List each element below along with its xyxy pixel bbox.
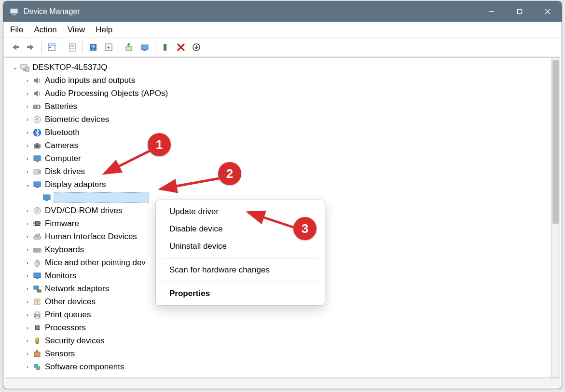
category-label: Cameras (45, 139, 78, 152)
security-icon (32, 336, 42, 346)
tree-category[interactable]: › Disk drives (7, 165, 558, 178)
bluetooth-icon (32, 128, 42, 137)
speaker-icon (32, 89, 42, 98)
chevron-right-icon[interactable]: › (24, 155, 31, 162)
menu-view[interactable]: View (68, 25, 85, 35)
tree-category[interactable]: › Security devices (7, 334, 558, 347)
toolbar-separator (41, 41, 41, 54)
device-manager-window: Device Manager File Action View Help (3, 1, 562, 389)
chevron-right-icon[interactable]: › (24, 233, 31, 241)
svg-rect-37 (36, 161, 39, 162)
toolbar-separator (62, 41, 62, 54)
chevron-right-icon[interactable]: › (24, 246, 31, 254)
selected-device[interactable] (54, 192, 149, 203)
svg-rect-10 (49, 47, 51, 48)
enable-button[interactable] (158, 41, 173, 54)
chevron-right-icon[interactable]: › (24, 324, 31, 332)
category-label: Bluetooth (45, 126, 80, 139)
tree-root[interactable]: ⌄ DESKTOP-4L537JQ (7, 61, 558, 74)
tree-category[interactable]: › Audio inputs and outputs (7, 74, 558, 87)
svg-rect-41 (36, 187, 39, 188)
chevron-right-icon[interactable]: › (24, 350, 31, 358)
forward-button[interactable] (24, 41, 38, 54)
network-icon (32, 284, 42, 294)
category-label: DVD/CD-ROM drives (45, 204, 123, 217)
chevron-right-icon[interactable]: › (24, 116, 31, 123)
chevron-right-icon[interactable]: › (24, 363, 31, 371)
svg-point-45 (36, 210, 38, 212)
maximize-button[interactable] (506, 1, 534, 22)
chevron-right-icon[interactable]: › (24, 259, 31, 267)
category-label: Biometric devices (45, 113, 109, 126)
svg-rect-6 (16, 46, 19, 48)
chevron-right-icon[interactable]: › (24, 129, 31, 136)
chevron-right-icon[interactable]: › (24, 77, 31, 84)
cpu-icon (32, 323, 42, 333)
chevron-right-icon[interactable]: › (24, 90, 31, 97)
svg-rect-29 (40, 106, 41, 108)
chevron-right-icon[interactable]: › (24, 168, 31, 176)
tree-category[interactable]: ⌄ Display adapters (7, 178, 558, 191)
tree-category[interactable]: › Cameras (7, 139, 558, 152)
ctx-scan-hardware[interactable]: Scan for hardware changes (156, 261, 325, 279)
chevron-right-icon[interactable]: › (24, 272, 31, 280)
chevron-down-icon[interactable]: ⌄ (11, 64, 19, 71)
uninstall-button[interactable] (174, 41, 188, 54)
chevron-right-icon[interactable]: › (24, 142, 31, 149)
menu-file[interactable]: File (10, 25, 23, 35)
mouse-icon (32, 258, 42, 268)
chevron-right-icon[interactable]: › (24, 337, 31, 345)
root-label: DESKTOP-4L537JQ (32, 61, 108, 74)
svg-rect-80 (36, 366, 40, 370)
show-hidden-button[interactable] (44, 41, 59, 54)
chevron-right-icon[interactable]: › (24, 311, 31, 319)
chevron-right-icon[interactable]: › (24, 220, 31, 228)
minimize-button[interactable] (478, 1, 506, 22)
monitor-icon (42, 193, 52, 203)
device-manager-icon (9, 7, 19, 16)
tree-category[interactable]: › Print queues (7, 308, 558, 321)
chevron-down-icon[interactable]: ⌄ (24, 181, 31, 189)
svg-rect-71 (35, 312, 39, 314)
tree-category[interactable]: › Sensors (7, 347, 558, 360)
window-title: Device Manager (24, 7, 80, 16)
other-icon: ? (32, 297, 42, 307)
category-label: Software components (45, 360, 124, 373)
scan-button[interactable] (138, 41, 152, 54)
chevron-right-icon[interactable]: › (24, 285, 31, 293)
tree-category[interactable]: › Bluetooth (7, 126, 558, 139)
svg-rect-77 (34, 352, 40, 357)
update-driver-button[interactable] (122, 41, 137, 54)
action-button[interactable] (101, 41, 116, 54)
toolbar-separator (155, 41, 155, 54)
properties-button[interactable] (65, 41, 80, 54)
ctx-properties[interactable]: Properties (156, 285, 325, 302)
titlebar[interactable]: Device Manager (3, 1, 562, 22)
tree-category[interactable]: › Software components (7, 360, 558, 373)
scroll-thumb[interactable] (552, 60, 559, 224)
svg-rect-72 (35, 316, 39, 318)
ctx-uninstall-device[interactable]: Uninstall device (156, 238, 325, 255)
help-button[interactable]: ? (86, 41, 100, 54)
scan-hardware-button[interactable] (189, 41, 204, 54)
chevron-right-icon[interactable]: › (24, 298, 31, 306)
menu-action[interactable]: Action (34, 25, 56, 35)
svg-rect-55 (35, 234, 38, 237)
tree-category[interactable]: › Computer (7, 152, 558, 165)
tree-category[interactable]: › Biometric devices (7, 113, 558, 126)
computer-icon (20, 63, 29, 72)
category-label: Keyboards (45, 243, 84, 256)
close-button[interactable] (534, 1, 562, 22)
tree-category[interactable]: › Batteries (7, 100, 558, 113)
chevron-right-icon[interactable]: › (24, 207, 31, 215)
svg-rect-65 (34, 286, 39, 289)
svg-rect-26 (34, 79, 36, 82)
menu-help[interactable]: Help (96, 25, 112, 35)
tree-category[interactable]: › Audio Processing Objects (APOs) (7, 87, 558, 100)
chevron-right-icon[interactable]: › (24, 103, 31, 110)
keyboard-icon (32, 245, 42, 255)
tree-category[interactable]: › Processors (7, 321, 558, 334)
scrollbar-vertical[interactable] (551, 58, 560, 378)
back-button[interactable] (8, 41, 23, 54)
category-label: Sensors (45, 347, 75, 360)
